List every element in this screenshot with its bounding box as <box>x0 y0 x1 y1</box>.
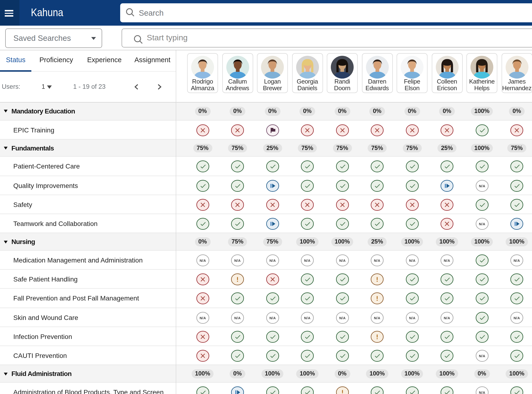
svg-text:N/A: N/A <box>479 222 485 226</box>
svg-text:N/A: N/A <box>234 259 241 262</box>
svg-text:N/A: N/A <box>409 316 415 320</box>
svg-text:N/A: N/A <box>199 259 206 262</box>
svg-text:N/A: N/A <box>304 316 311 320</box>
svg-text:N/A: N/A <box>513 259 520 262</box>
svg-text:N/A: N/A <box>339 316 345 320</box>
svg-text:N/A: N/A <box>479 184 485 188</box>
svg-text:N/A: N/A <box>444 316 450 320</box>
svg-text:N/A: N/A <box>479 354 485 358</box>
svg-text:N/A: N/A <box>513 316 520 320</box>
svg-text:N/A: N/A <box>199 316 206 320</box>
svg-text:N/A: N/A <box>234 316 241 320</box>
svg-text:N/A: N/A <box>339 259 345 262</box>
svg-text:N/A: N/A <box>479 390 485 394</box>
svg-text:N/A: N/A <box>269 316 275 320</box>
svg-text:N/A: N/A <box>304 259 311 262</box>
svg-text:N/A: N/A <box>374 316 380 320</box>
svg-text:N/A: N/A <box>374 259 380 262</box>
svg-text:N/A: N/A <box>409 259 415 262</box>
svg-text:N/A: N/A <box>269 259 275 262</box>
svg-text:N/A: N/A <box>444 259 450 262</box>
